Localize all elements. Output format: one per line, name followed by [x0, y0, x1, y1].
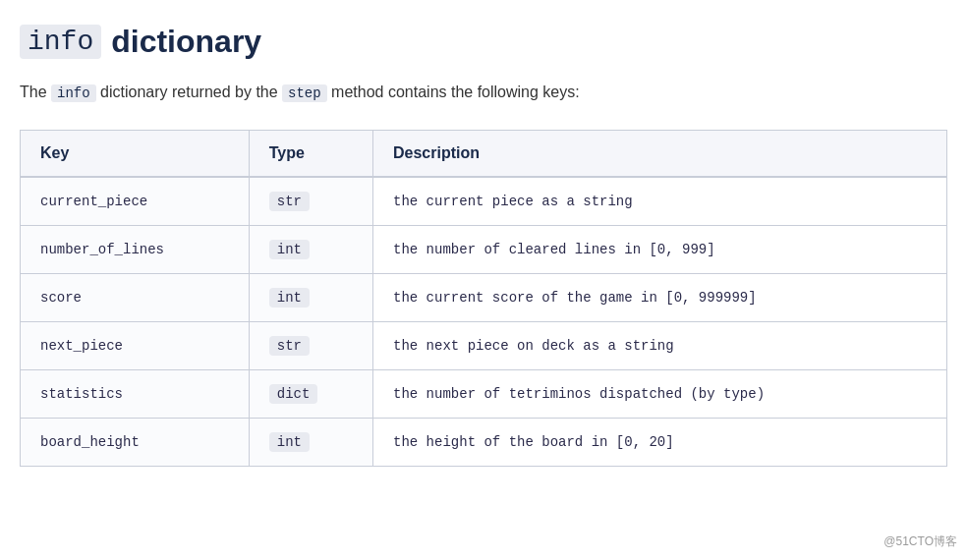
- description-paragraph: The info dictionary returned by the step…: [20, 80, 947, 106]
- title-text-suffix: dictionary: [111, 24, 261, 60]
- table-row: board_heightintthe height of the board i…: [21, 419, 947, 467]
- desc-cell: the next piece on deck as a string: [373, 322, 947, 370]
- desc-cell: the current piece as a string: [373, 177, 947, 226]
- type-badge: dict: [269, 384, 318, 404]
- type-badge: int: [269, 240, 310, 259]
- desc-cell: the number of tetriminos dispatched (by …: [373, 370, 947, 419]
- key-cell: board_height: [21, 419, 250, 467]
- watermark: @51CTO博客: [883, 533, 957, 550]
- table-header: Key Type Description: [21, 131, 947, 178]
- desc-code-step: step: [282, 84, 327, 102]
- type-cell: int: [249, 419, 372, 467]
- type-badge: int: [269, 288, 310, 308]
- desc-code-info: info: [51, 84, 96, 102]
- key-cell: statistics: [21, 370, 250, 419]
- col-header-description: Description: [373, 131, 947, 178]
- desc-text-1: The: [20, 84, 51, 100]
- desc-cell: the current score of the game in [0, 999…: [373, 274, 947, 322]
- type-cell: dict: [249, 370, 372, 419]
- col-header-key: Key: [21, 131, 250, 178]
- key-cell: current_piece: [21, 177, 250, 226]
- type-badge: str: [269, 192, 310, 211]
- type-badge: int: [269, 432, 310, 452]
- desc-text-2: dictionary returned by the: [96, 84, 282, 100]
- type-cell: str: [249, 177, 372, 226]
- title-code-prefix: info: [20, 25, 101, 59]
- page-title: info dictionary: [20, 24, 947, 60]
- table-row: statisticsdictthe number of tetriminos d…: [21, 370, 947, 419]
- header-row: Key Type Description: [21, 131, 947, 178]
- desc-text-3: method contains the following keys:: [327, 84, 580, 100]
- col-header-type: Type: [249, 131, 372, 178]
- table-row: next_piecestrthe next piece on deck as a…: [21, 322, 947, 370]
- table-row: current_piecestrthe current piece as a s…: [21, 177, 947, 226]
- type-cell: int: [249, 226, 372, 274]
- type-cell: int: [249, 274, 372, 322]
- info-table: Key Type Description current_piecestrthe…: [20, 130, 947, 467]
- table-body: current_piecestrthe current piece as a s…: [21, 177, 947, 467]
- key-cell: number_of_lines: [21, 226, 250, 274]
- type-cell: str: [249, 322, 372, 370]
- table-row: scoreintthe current score of the game in…: [21, 274, 947, 322]
- table-row: number_of_linesintthe number of cleared …: [21, 226, 947, 274]
- desc-cell: the number of cleared lines in [0, 999]: [373, 226, 947, 274]
- key-cell: score: [21, 274, 250, 322]
- desc-cell: the height of the board in [0, 20]: [373, 419, 947, 467]
- key-cell: next_piece: [21, 322, 250, 370]
- type-badge: str: [269, 336, 310, 356]
